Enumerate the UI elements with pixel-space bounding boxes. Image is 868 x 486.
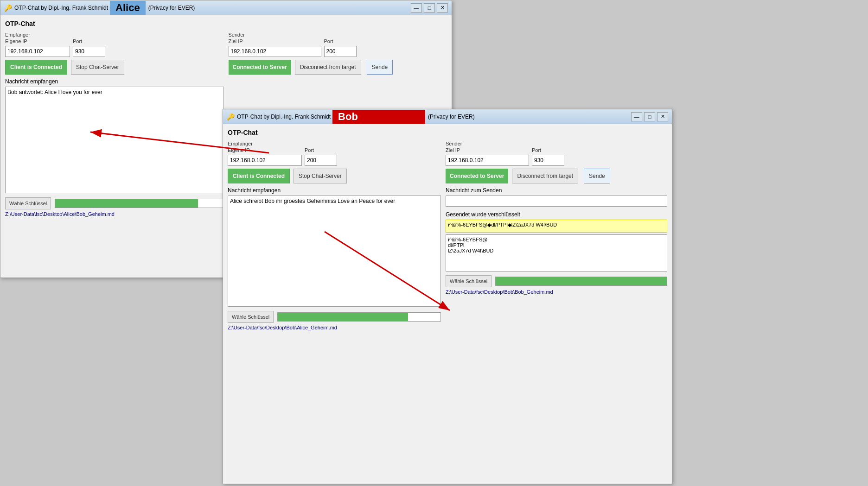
bob-sender-bottom-row: Wähle Schlüssel: [446, 275, 667, 287]
bob-connected-to-server-btn[interactable]: Connected to Server: [446, 169, 508, 183]
alice-empfanger-label: Empfänger: [5, 32, 224, 38]
bob-stop-server-btn[interactable]: Stop Chat-Server: [294, 169, 347, 183]
alice-sender-button-row: Connected to Server Disconnect from targ…: [229, 60, 447, 75]
bob-disconnect-btn[interactable]: Disconnect from target: [512, 169, 578, 183]
bob-encrypted-multiline: î^&î%-6EYBFS@ dl/PTPl lZ\2aJX7d W4f\BUD: [446, 234, 667, 271]
alice-title-text: OTP-Chat by Dipl.-Ing. Frank Schmidt Ali…: [14, 1, 411, 15]
alice-sender-port-group: Port: [324, 38, 357, 57]
bob-encrypted-multiline-text: î^&î%-6EYBFS@ dl/PTPl lZ\2aJX7d W4f\BUD: [448, 237, 493, 253]
bob-button-row: Client is Connected Stop Chat-Server: [228, 169, 441, 183]
bob-gesendet-label: Gesendet wurde verschlüsselt: [446, 211, 667, 218]
bob-maximize-btn[interactable]: □: [644, 112, 655, 121]
bob-port-group: Port: [305, 147, 337, 166]
bob-encrypted-display: î^&î%-6EYBFS@◆dl/PTPl◆lZ\2aJX7d W4f\BUD: [446, 220, 667, 233]
bob-ziel-ip-input[interactable]: [446, 155, 529, 166]
bob-eigene-ip-group: Eigene IP: [228, 147, 302, 166]
alice-progress-fill: [55, 199, 198, 208]
bob-sender-port-input[interactable]: [532, 155, 564, 166]
alice-minimize-btn[interactable]: —: [411, 3, 422, 13]
bob-file-path-left: Z:\User-Data\fsc\Desktop\Bob\Alice_Gehei…: [228, 325, 441, 330]
bob-progress-container: [277, 312, 441, 322]
bob-port-label: Port: [305, 147, 337, 153]
alice-sender-label: Sender: [229, 32, 447, 38]
bob-ziel-ip-group: Ziel IP: [446, 147, 529, 166]
bob-client-connected-btn[interactable]: Client is Connected: [228, 169, 290, 183]
bob-empfanger-col: Empfänger Eigene IP Port Client is Conne…: [228, 141, 441, 330]
alice-ziel-ip-input[interactable]: [229, 46, 321, 57]
alice-close-btn[interactable]: ✕: [437, 3, 448, 13]
bob-title-bar: 🔑 OTP-Chat by Dipl.-Ing. Frank Schmidt B…: [223, 109, 672, 124]
alice-eigene-ip-label: Eigene IP: [5, 38, 70, 44]
alice-nachrichten-label: Nachricht empfangen: [5, 78, 224, 85]
bob-app-title: OTP-Chat: [228, 129, 667, 136]
alice-sender-port-label: Port: [324, 38, 357, 44]
alice-nachrichten-textarea[interactable]: [5, 87, 224, 193]
alice-ziel-ip-label: Ziel IP: [229, 38, 321, 44]
alice-stop-server-btn[interactable]: Stop Chat-Server: [71, 60, 124, 75]
bob-privacy-label: (Privacy for EVER): [428, 114, 475, 120]
alice-app-title: OTP-Chat: [5, 20, 447, 27]
bob-eigene-ip-label: Eigene IP: [228, 147, 302, 153]
alice-connected-to-server-btn[interactable]: Connected to Server: [229, 60, 291, 75]
alice-sender-ip-port-row: Ziel IP Port: [229, 38, 447, 57]
bob-sender-button-row: Connected to Server Disconnect from targ…: [446, 169, 667, 183]
bob-wähle-schlüssel-right-btn[interactable]: Wähle Schlüssel: [446, 275, 491, 287]
bob-main-cols: Empfänger Eigene IP Port Client is Conne…: [228, 141, 667, 330]
alice-sender-port-input[interactable]: [324, 46, 357, 57]
bob-progress-fill: [278, 313, 408, 321]
bob-nachrichten-senden-input[interactable]: [446, 196, 667, 207]
bob-nachrichten-senden-label: Nachricht zum Senden: [446, 187, 667, 194]
bob-sende-btn[interactable]: Sende: [584, 169, 610, 183]
alice-name-label: Alice: [110, 1, 146, 15]
alice-port-input[interactable]: [73, 46, 105, 57]
bob-sender-port-group: Port: [532, 147, 564, 166]
alice-sende-btn[interactable]: Sende: [367, 60, 393, 75]
bob-window: 🔑 OTP-Chat by Dipl.-Ing. Frank Schmidt B…: [223, 109, 672, 484]
bob-sender-progress-fill: [496, 277, 667, 285]
bob-app-icon: 🔑: [227, 113, 234, 120]
bob-wähle-schlüssel-btn[interactable]: Wähle Schlüssel: [228, 311, 274, 323]
alice-eigene-ip-group: Eigene IP: [5, 38, 70, 57]
bob-title-text: OTP-Chat by Dipl.-Ing. Frank Schmidt Bob…: [237, 110, 631, 124]
bob-port-input[interactable]: [305, 155, 337, 166]
bob-nachrichten-textarea[interactable]: [228, 196, 441, 307]
alice-eigene-ip-input[interactable]: [5, 46, 70, 57]
app-icon: 🔑: [4, 4, 12, 12]
alice-maximize-btn[interactable]: □: [424, 3, 435, 13]
alice-bottom-row: Wähle Schlüssel: [5, 197, 224, 209]
bob-sender-col: Sender Ziel IP Port Connected to Server …: [446, 141, 667, 330]
alice-file-path: Z:\User-Data\fsc\Desktop\Alice\Bob_Gehei…: [5, 211, 224, 217]
bob-sender-ip-port-row: Ziel IP Port: [446, 147, 667, 166]
bob-ip-port-row: Eigene IP Port: [228, 147, 441, 166]
bob-file-path-right: Z:\User-Data\fsc\Desktop\Bob\Bob_Geheim.…: [446, 289, 667, 295]
bob-close-btn[interactable]: ✕: [657, 112, 668, 121]
alice-privacy-label: (Privacy for EVER): [148, 5, 195, 11]
alice-client-connected-btn[interactable]: Client is Connected: [5, 60, 67, 75]
bob-minimize-btn[interactable]: —: [631, 112, 642, 121]
bob-sender-port-label: Port: [532, 147, 564, 153]
bob-name-label: Bob: [332, 110, 425, 124]
alice-ziel-ip-group: Ziel IP: [229, 38, 321, 57]
alice-port-label: Port: [73, 38, 105, 44]
alice-window-controls: — □ ✕: [411, 3, 448, 13]
alice-title-bar: 🔑 OTP-Chat by Dipl.-Ing. Frank Schmidt A…: [0, 0, 452, 15]
alice-wähle-schlüssel-btn[interactable]: Wähle Schlüssel: [5, 197, 51, 209]
bob-nachrichten-label: Nachricht empfangen: [228, 187, 441, 194]
bob-window-controls: — □ ✕: [631, 112, 668, 121]
alice-port-group: Port: [73, 38, 105, 57]
bob-sender-label: Sender: [446, 141, 667, 146]
alice-ip-port-row: Eigene IP Port: [5, 38, 224, 57]
bob-ziel-ip-label: Ziel IP: [446, 147, 529, 153]
alice-empfanger-col: Empfänger Eigene IP Port Client is Conne…: [5, 32, 224, 217]
bob-title-label: OTP-Chat by Dipl.-Ing. Frank Schmidt: [237, 114, 331, 120]
bob-bottom-row: Wähle Schlüssel: [228, 311, 441, 323]
bob-eigene-ip-input[interactable]: [228, 155, 302, 166]
alice-progress-container: [55, 199, 223, 208]
bob-empfanger-label: Empfänger: [228, 141, 441, 146]
alice-title-label: OTP-Chat by Dipl.-Ing. Frank Schmidt: [14, 5, 108, 11]
alice-disconnect-btn[interactable]: Disconnect from target: [295, 60, 361, 75]
bob-content: OTP-Chat Empfänger Eigene IP Port Client: [223, 124, 672, 335]
alice-button-row: Client is Connected Stop Chat-Server: [5, 60, 224, 75]
bob-sender-progress-container: [495, 277, 667, 286]
